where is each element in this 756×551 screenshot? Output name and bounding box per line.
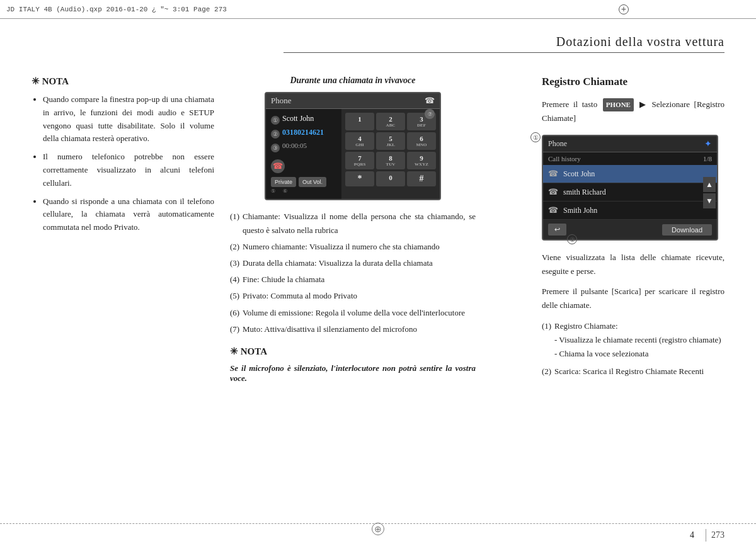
call-name-1: Scott John (563, 169, 595, 179)
page-title: Dotazioni della vostra vettura (284, 35, 724, 49)
call-rows-wrapper: ☎ Scott John ☎ smith Richard ☎ Smith Joh… (543, 165, 717, 220)
instruction-5: (5) Privato: Commuta al modo Privato (230, 289, 476, 303)
key-hash[interactable]: # (407, 171, 436, 186)
list-item: Quando si risponde a una chiamata con il… (43, 195, 214, 234)
instruction-num-7: (7) (230, 322, 243, 336)
call-row-smith-j[interactable]: ☎ Smith John (543, 202, 717, 220)
crosshair-bottom-icon: ⊕ (372, 523, 384, 535)
call-icon-1: ☎ (548, 169, 558, 179)
key-2[interactable]: 2ABC (376, 113, 405, 130)
instruction-text-4: Fine: Chiude la chiamata (243, 273, 324, 287)
call-history-label: Call history 1/8 (543, 152, 717, 165)
instruction-7: (7) Muto: Attiva/disattiva il silenziame… (230, 322, 476, 336)
scroll-down-button[interactable]: ▼ (703, 193, 716, 208)
instruction-text-6: Volume di emissione: Regola il volume de… (243, 306, 465, 320)
phone-header: Phone ☎ (266, 93, 440, 109)
private-button[interactable]: Private (271, 177, 296, 187)
call-row-scott[interactable]: ☎ Scott John (543, 165, 717, 183)
end-call-icon[interactable]: ☎ (271, 159, 285, 173)
page-divider (706, 529, 706, 542)
page-info: 1/8 (703, 155, 712, 162)
registro-intro: Premere il tasto PHONE ▶ Selezionare [Re… (542, 98, 724, 125)
phone-keypad: ⑦ 1 2ABC 3DEF 4GHI 5JKL 6MNO 7PQRS 8TUV … (341, 109, 440, 199)
instruction-4: (4) Fine: Chiude la chiamata (230, 273, 476, 287)
phone2-header: Phone ✦ (543, 136, 717, 152)
header-bar: JD ITALY 4B (Audio).qxp 2016-01-20 ¿ "~ … (0, 0, 756, 19)
bluetooth-icon: ✦ (704, 139, 712, 149)
registro-heading: Registro Chiamate (542, 76, 724, 88)
registro-descriptions: Viene visualizzata la lista delle chiama… (542, 251, 724, 312)
instruction-text-5: Privato: Commuta al modo Privato (243, 289, 357, 303)
phone2-label: Phone (548, 139, 567, 149)
phone-ui-1: Phone ☎ ① Scott John ② 03180214621 ③ 00:… (265, 92, 441, 200)
instruction-text-2: Numero chiamante: Visualizza il numero c… (243, 240, 440, 254)
nota2-section: ✳ NOTA Se il microfono è silenziato, l'i… (230, 346, 476, 383)
list-item: Il numero telefonico potrebbe non essere… (43, 151, 214, 190)
instruction-num-4: (4) (230, 273, 243, 287)
scroll-up-button[interactable]: ▲ (703, 177, 716, 192)
nota-list: Quando compare la finestra pop-up di una… (32, 93, 214, 234)
key-4[interactable]: 4GHI (345, 132, 374, 150)
registry-item-1: (1) Registro Chiamate: - Visualizza le c… (542, 319, 724, 361)
registry-text-1: Registro Chiamate: - Visualizza le chiam… (554, 319, 721, 361)
circle-2-right: ② (567, 234, 577, 244)
key-5[interactable]: 5JKL (376, 132, 405, 150)
registry-title-1: Registro Chiamate: (554, 319, 721, 333)
page-title-area: Dotazioni della vostra vettura (284, 35, 724, 53)
phone-btn-row: ☎ (271, 159, 336, 173)
instruction-num-2: (2) (230, 240, 243, 254)
key-9[interactable]: 9WXYZ (407, 152, 436, 169)
key-6[interactable]: 6MNO (407, 132, 436, 150)
key-8[interactable]: 8TUV (376, 152, 405, 169)
instruction-text-1: Chiamante: Visualizza il nome della pers… (243, 210, 476, 237)
during-call-title: Durante una chiamata in vivavoce (230, 76, 476, 86)
phone-ui-2-wrapper: ① Phone ✦ Call history 1/8 ☎ Scott John … (542, 135, 724, 241)
left-column: ✳ NOTA Quando compare la finestra pop-up… (32, 76, 214, 239)
instruction-text-7: Muto: Attiva/disattiva il silenziamento … (243, 322, 417, 336)
instruction-num-3: (3) (230, 256, 243, 270)
call-icon-2: ☎ (548, 187, 558, 197)
instruction-num-5: (5) (230, 289, 243, 303)
right-column: Registro Chiamate Premere il tasto PHONE… (542, 76, 724, 381)
chapter-number: 4 (690, 530, 694, 540)
back-button[interactable]: ↩ (548, 224, 566, 236)
outvol-button[interactable]: Out Vol. (299, 177, 326, 187)
nota2-text: Se il microfono è silenziato, l'interloc… (230, 363, 476, 383)
nota-heading: ✳ NOTA (32, 76, 214, 87)
phone-screen-1: Phone ☎ ① Scott John ② 03180214621 ③ 00:… (265, 92, 441, 200)
instruction-2: (2) Numero chiamante: Visualizza il nume… (230, 240, 476, 254)
instruction-1: (1) Chiamante: Visualizza il nome della … (230, 210, 476, 237)
page-number: 273 (711, 530, 724, 540)
keypad-grid: 1 2ABC 3DEF 4GHI 5JKL 6MNO 7PQRS 8TUV 9W… (345, 113, 436, 186)
phone-content: ① Scott John ② 03180214621 ③ 00:00:05 ☎ (266, 109, 440, 199)
key-7[interactable]: 7PQRS (345, 152, 374, 169)
btn-label-6: ⑥ (283, 188, 287, 194)
instruction-text-3: Durata della chiamata: Visualizza la dur… (243, 256, 433, 270)
key-0[interactable]: 0 (376, 171, 405, 186)
phone-left-info: ① Scott John ② 03180214621 ③ 00:00:05 ☎ (266, 109, 341, 199)
crosshair-bottom: ⊕ (372, 523, 384, 535)
mute-icon[interactable]: ⑦ (425, 109, 435, 119)
phone-screen-2: Phone ✦ Call history 1/8 ☎ Scott John ☎ … (542, 135, 718, 241)
key-1[interactable]: 1 (345, 113, 374, 130)
intro-text-1: Premere il tasto (542, 99, 597, 109)
phone-badge: PHONE (603, 98, 634, 111)
registry-num-1: (1) (542, 319, 554, 333)
instructions-list: (1) Chiamante: Visualizza il nome della … (230, 210, 476, 336)
call-row-smith-r[interactable]: ☎ smith Richard (543, 183, 717, 202)
download-button[interactable]: Download (662, 224, 712, 236)
desc-text-1: Viene visualizzata la lista delle chiama… (542, 251, 724, 278)
key-star[interactable]: * (345, 171, 374, 186)
phone-number: 03180214621 (282, 128, 324, 137)
registry-subitem-1-2: - Chiama la voce selezionata (554, 347, 721, 361)
nota2-heading: ✳ NOTA (230, 346, 476, 357)
registry-subitem-1-1: - Visualizza le chiamate recenti (regist… (554, 333, 721, 347)
instruction-6: (6) Volume di emissione: Regola il volum… (230, 306, 476, 320)
crosshair-top (617, 3, 630, 16)
call-history-text: Call history (548, 155, 581, 162)
registry-item-2: (2) Scarica: Scarica il Registro Chiamat… (542, 365, 724, 378)
btn-label-5: ⑤ (271, 188, 275, 194)
call-icon-3: ☎ (548, 205, 558, 215)
call-name-3: Smith John (563, 206, 597, 215)
phone-duration: 00:00:05 (282, 142, 307, 149)
